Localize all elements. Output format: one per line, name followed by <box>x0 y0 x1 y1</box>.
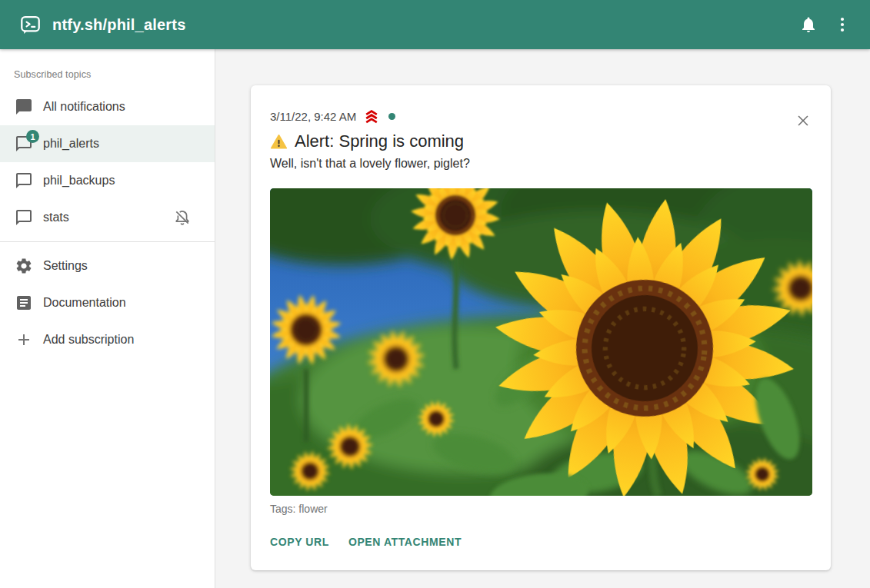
sidebar-item-settings[interactable]: Settings <box>0 247 215 284</box>
gear-icon <box>15 257 33 275</box>
chat-bubble-outline-icon <box>15 208 33 227</box>
sidebar-item-label: Documentation <box>43 296 126 310</box>
warning-emoji-icon <box>270 133 288 151</box>
article-icon <box>15 294 33 312</box>
sidebar-item-label: stats <box>43 211 69 224</box>
open-attachment-button[interactable]: OPEN ATTACHMENT <box>348 531 462 553</box>
app-title: ntfy.sh/phil_alerts <box>52 16 185 34</box>
attachment-image[interactable] <box>270 188 812 496</box>
unread-indicator-dot <box>388 113 395 120</box>
sidebar-item-label: Add subscription <box>43 333 134 347</box>
close-notification-button[interactable] <box>787 105 819 137</box>
subscribed-topics-caption: Subscribed topics <box>0 49 215 88</box>
notifications-muted-icon <box>173 208 192 227</box>
sidebar-item-all-notifications[interactable]: All notifications <box>0 88 215 125</box>
sidebar-item-phil-backups[interactable]: phil_backups <box>0 162 215 199</box>
sidebar: Subscribed topics All notifications 1 ph… <box>0 49 215 588</box>
sidebar-item-documentation[interactable]: Documentation <box>0 284 215 321</box>
sidebar-item-label: phil_backups <box>43 174 115 188</box>
notifications-button[interactable] <box>792 8 825 42</box>
sidebar-item-add-subscription[interactable]: Add subscription <box>0 321 215 358</box>
notification-title: Alert: Spring is coming <box>295 131 464 151</box>
copy-url-button[interactable]: COPY URL <box>270 531 329 553</box>
kebab-menu-icon <box>833 15 852 34</box>
notification-body: Well, isn't that a lovely flower, piglet… <box>270 157 812 171</box>
app-bar: ntfy.sh/phil_alerts <box>0 0 870 49</box>
unread-count-badge: 1 <box>26 130 39 143</box>
priority-max-icon <box>363 108 380 125</box>
chat-bubble-outline-icon <box>15 171 33 190</box>
sidebar-item-label: Settings <box>43 259 88 273</box>
chat-bubble-outline-icon: 1 <box>15 135 33 153</box>
sidebar-item-label: All notifications <box>43 100 125 114</box>
notification-meta: 3/11/22, 9:42 AM <box>270 108 812 125</box>
notification-timestamp: 3/11/22, 9:42 AM <box>270 110 356 123</box>
sidebar-divider <box>0 241 215 242</box>
sidebar-item-label: phil_alerts <box>43 137 99 151</box>
notification-actions: COPY URL OPEN ATTACHMENT <box>270 531 812 553</box>
sidebar-item-phil-alerts[interactable]: 1 phil_alerts <box>0 125 215 162</box>
chat-bubble-filled-icon <box>15 98 33 116</box>
notification-tags: Tags: flower <box>270 503 812 515</box>
main-content: 3/11/22, 9:42 AM <box>215 49 870 588</box>
notification-card: 3/11/22, 9:42 AM <box>251 85 831 570</box>
plus-icon <box>15 331 33 349</box>
ntfy-logo-icon <box>20 15 41 35</box>
bell-icon <box>799 15 818 34</box>
overflow-menu-button[interactable] <box>825 8 859 42</box>
sidebar-item-stats[interactable]: stats <box>0 199 215 236</box>
close-icon <box>795 112 812 129</box>
notification-title-row: Alert: Spring is coming <box>270 131 812 151</box>
